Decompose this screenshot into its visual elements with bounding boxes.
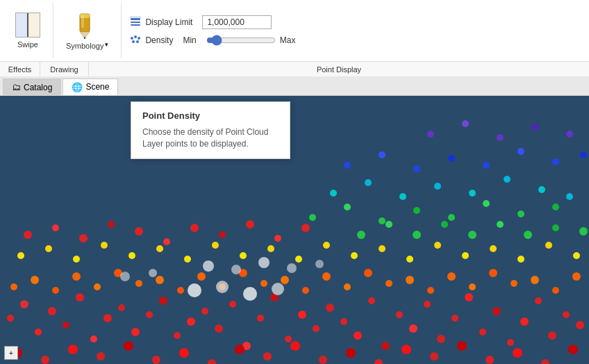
svg-point-146 bbox=[448, 155, 455, 162]
svg-point-148 bbox=[517, 148, 524, 155]
svg-point-12 bbox=[132, 40, 135, 43]
svg-point-140 bbox=[504, 176, 511, 183]
point-display-section: Display Limit Density bbox=[122, 3, 586, 58]
effects-tab[interactable]: Effects bbox=[0, 62, 40, 76]
svg-point-128 bbox=[344, 204, 351, 210]
svg-point-111 bbox=[156, 245, 163, 252]
svg-point-180 bbox=[524, 231, 532, 239]
tab-bar: 🗂 Catalog 🌐 Scene bbox=[0, 76, 589, 96]
tab-catalog[interactable]: 🗂 Catalog bbox=[3, 78, 61, 95]
svg-point-113 bbox=[212, 242, 219, 249]
svg-point-179 bbox=[497, 221, 504, 228]
svg-point-104 bbox=[552, 287, 559, 294]
ribbon-section-swipe: Swipe bbox=[3, 3, 53, 58]
svg-point-71 bbox=[401, 345, 411, 354]
swipe-button[interactable]: Swipe bbox=[10, 6, 46, 55]
svg-point-173 bbox=[149, 269, 157, 277]
svg-point-98 bbox=[427, 287, 434, 294]
svg-point-105 bbox=[572, 272, 581, 281]
svg-point-73 bbox=[457, 341, 467, 351]
svg-point-122 bbox=[462, 252, 469, 259]
svg-point-80 bbox=[52, 287, 59, 294]
svg-point-137 bbox=[399, 193, 406, 200]
svg-point-13 bbox=[136, 40, 139, 43]
svg-point-130 bbox=[413, 207, 420, 214]
symbology-button[interactable]: Symbology ▾ bbox=[60, 6, 114, 55]
svg-point-135 bbox=[330, 190, 337, 197]
swipe-label: Swipe bbox=[17, 40, 38, 49]
zoom-in-button[interactable]: + bbox=[4, 346, 18, 360]
svg-point-94 bbox=[344, 283, 351, 290]
svg-point-19 bbox=[63, 322, 69, 329]
density-slider[interactable] bbox=[206, 35, 276, 46]
svg-point-33 bbox=[257, 315, 264, 322]
svg-point-154 bbox=[531, 124, 538, 131]
svg-point-120 bbox=[406, 256, 413, 263]
svg-point-92 bbox=[302, 287, 309, 294]
svg-point-51 bbox=[507, 339, 514, 346]
svg-point-36 bbox=[298, 311, 306, 319]
svg-point-177 bbox=[441, 221, 448, 228]
display-limit-icon bbox=[130, 17, 141, 28]
tab-scene[interactable]: 🌐 Scene bbox=[63, 78, 118, 95]
svg-point-29 bbox=[201, 308, 208, 315]
svg-point-60 bbox=[97, 352, 105, 361]
svg-point-77 bbox=[568, 345, 578, 354]
svg-point-59 bbox=[68, 345, 78, 354]
zoom-in-icon: + bbox=[9, 349, 13, 357]
svg-point-99 bbox=[447, 272, 456, 281]
svg-point-168 bbox=[231, 265, 241, 274]
svg-point-84 bbox=[135, 280, 142, 287]
svg-point-175 bbox=[385, 221, 392, 228]
ribbon: Swipe Symbology ▾ bbox=[0, 0, 589, 76]
ribbon-labels-bar: Effects Drawing Point Display bbox=[0, 61, 589, 76]
svg-point-95 bbox=[364, 269, 372, 277]
svg-point-101 bbox=[489, 269, 497, 277]
svg-point-150 bbox=[580, 151, 587, 158]
svg-point-90 bbox=[260, 280, 267, 287]
svg-point-93 bbox=[322, 272, 331, 281]
svg-point-163 bbox=[219, 231, 226, 238]
svg-point-79 bbox=[31, 276, 39, 284]
svg-point-124 bbox=[517, 256, 524, 263]
svg-point-30 bbox=[215, 324, 223, 333]
svg-point-174 bbox=[357, 231, 365, 239]
symbology-label: Symbology bbox=[66, 42, 103, 50]
svg-point-138 bbox=[434, 183, 441, 190]
svg-rect-7 bbox=[131, 24, 140, 26]
svg-point-166 bbox=[301, 224, 310, 232]
point-display-tab[interactable]: Point Display bbox=[89, 62, 589, 76]
svg-point-65 bbox=[235, 345, 244, 354]
svg-point-38 bbox=[326, 304, 334, 312]
svg-point-162 bbox=[190, 224, 199, 232]
display-limit-label: Display Limit bbox=[145, 17, 192, 27]
svg-point-39 bbox=[340, 318, 347, 325]
svg-point-31 bbox=[229, 301, 236, 308]
svg-point-22 bbox=[103, 314, 112, 322]
svg-point-68 bbox=[319, 356, 327, 364]
swipe-icon bbox=[15, 13, 40, 38]
svg-point-157 bbox=[52, 224, 59, 231]
swipe-right bbox=[28, 13, 40, 37]
svg-point-172 bbox=[120, 272, 130, 281]
ribbon-main: Swipe Symbology ▾ bbox=[0, 0, 589, 61]
density-row: Density Min Max bbox=[130, 35, 578, 46]
display-limit-input[interactable] bbox=[202, 15, 272, 29]
map-controls: + bbox=[4, 346, 18, 360]
density-label: Density bbox=[145, 35, 173, 45]
svg-point-178 bbox=[468, 231, 476, 239]
svg-point-40 bbox=[354, 331, 362, 340]
svg-point-129 bbox=[379, 217, 385, 224]
density-slider-wrapper bbox=[206, 35, 276, 46]
effects-label: Effects bbox=[8, 65, 31, 74]
svg-point-37 bbox=[313, 325, 320, 332]
svg-point-67 bbox=[290, 341, 300, 351]
svg-point-126 bbox=[573, 252, 580, 259]
svg-point-53 bbox=[535, 297, 542, 304]
svg-point-112 bbox=[184, 256, 191, 263]
svg-point-85 bbox=[156, 276, 164, 284]
svg-point-119 bbox=[379, 245, 385, 252]
svg-point-15 bbox=[7, 315, 14, 322]
svg-point-145 bbox=[413, 165, 420, 172]
drawing-tab[interactable]: Drawing bbox=[40, 62, 89, 76]
